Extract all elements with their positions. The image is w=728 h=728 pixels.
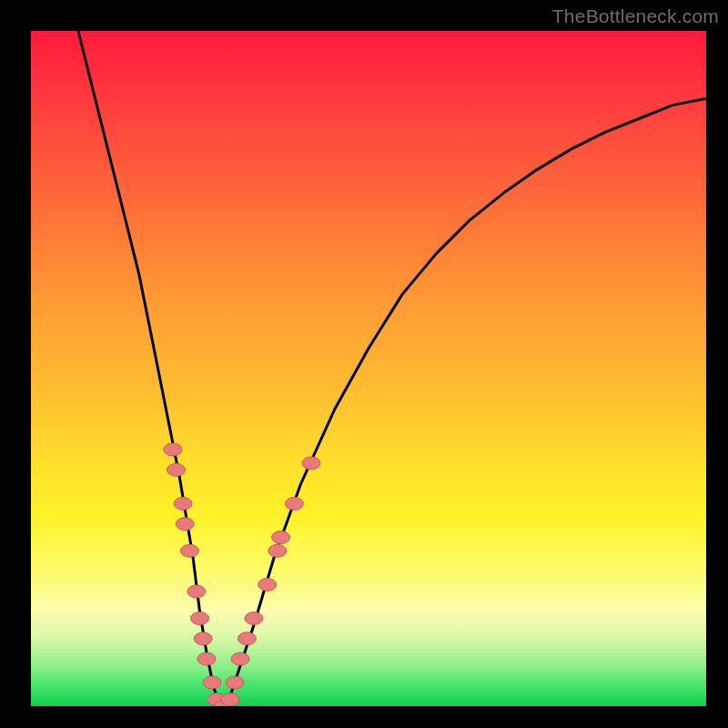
curve-svg [31,31,706,706]
data-marker [176,518,194,531]
data-marker [245,612,263,625]
marker-group [164,443,320,706]
data-marker [180,544,198,557]
data-marker [191,612,209,625]
data-marker [221,693,239,706]
data-marker [268,544,287,557]
data-marker [238,632,256,645]
data-marker [302,457,320,470]
curve-line [78,31,706,706]
data-marker [226,676,244,689]
watermark-text: TheBottleneck.com [552,5,719,27]
data-marker [203,676,221,689]
data-marker [174,497,192,510]
chart-frame: TheBottleneck.com [0,0,728,728]
plot-area [31,31,706,706]
bottleneck-curve [78,31,706,706]
data-marker [285,497,303,510]
data-marker [272,531,290,544]
data-marker [194,632,212,645]
data-marker [167,463,186,476]
data-marker [164,443,182,456]
data-marker [258,578,277,591]
data-marker [187,585,206,598]
data-marker [197,652,216,665]
data-marker [231,652,249,665]
